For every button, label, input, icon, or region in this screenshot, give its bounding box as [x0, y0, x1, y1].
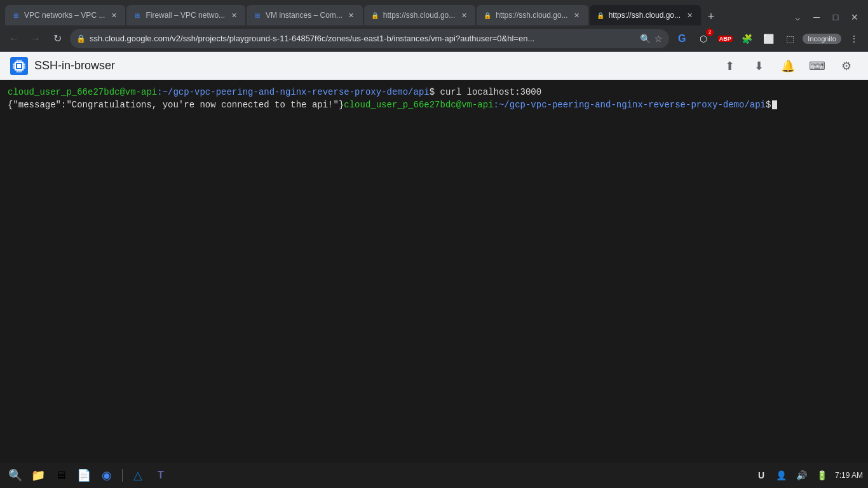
tab-firewall[interactable]: ⊞ Firewall – VPC netwo... ✕	[126, 5, 245, 25]
terminal-prompt2-cursor: $	[766, 100, 771, 110]
window-controls: ⌵ ─ □ ✕	[789, 9, 863, 25]
tab6-title: https://ssh.cloud.go...	[609, 11, 681, 20]
address-bar: ← → ↻ 🔒 ssh.cloud.google.com/v2/ssh/proj…	[0, 25, 868, 52]
svg-rect-1	[17, 64, 21, 68]
upload-button[interactable]: ⬆	[718, 55, 741, 78]
tab2-close[interactable]: ✕	[229, 10, 239, 20]
extensions-icon[interactable]: ⬡	[695, 30, 712, 48]
terminal-prompt2-user: cloud_user_p_66e27bdc@vm-api	[344, 100, 493, 110]
tab3-favicon: ⊞	[253, 11, 262, 20]
taskbar-chrome-icon[interactable]: ◉	[97, 465, 117, 485]
minimize-button[interactable]: ─	[808, 9, 825, 25]
terminal-cursor	[772, 100, 777, 109]
tab-ssh1[interactable]: 🔒 https://ssh.cloud.go... ✕	[364, 5, 475, 25]
url-bar[interactable]: 🔒 ssh.cloud.google.com/v2/ssh/projects/p…	[70, 29, 669, 48]
abp-badge: ABP	[718, 36, 733, 42]
download-button[interactable]: ⬇	[747, 55, 770, 78]
settings-button[interactable]: ⚙	[835, 55, 858, 78]
taskbar-notes-icon[interactable]: 📄	[74, 465, 94, 485]
taskbar-files-icon[interactable]: 📁	[28, 465, 48, 485]
tab3-close[interactable]: ✕	[346, 10, 356, 20]
maximize-button[interactable]: □	[827, 9, 844, 25]
tab-vm-instances[interactable]: ⊞ VM instances – Com... ✕	[247, 5, 363, 25]
forward-button[interactable]: →	[27, 30, 44, 48]
tab4-favicon: 🔒	[370, 11, 379, 20]
tab1-favicon: ⊞	[11, 11, 20, 20]
tab3-title: VM instances – Com...	[266, 11, 342, 20]
taskbar-separator	[122, 469, 123, 482]
tab-vpc-networks[interactable]: ⊞ VPC networks – VPC ... ✕	[5, 5, 125, 25]
tab2-title: Firewall – VPC netwo...	[146, 11, 225, 20]
tab1-title: VPC networks – VPC ...	[24, 11, 105, 20]
tab5-title: https://ssh.cloud.go...	[496, 11, 567, 20]
abp-icon[interactable]: ABP	[716, 30, 734, 48]
taskbar-unikey-icon[interactable]: U	[754, 468, 769, 483]
terminal-cmd1: $ curl localhost:3000	[430, 87, 541, 97]
url-text: ssh.cloud.google.com/v2/ssh/projects/pla…	[90, 34, 636, 43]
terminal-prompt2-path: :~/gcp-vpc-peering-and-nginx-reverse-pro…	[494, 100, 766, 110]
toolbar-right: G ⬡ ABP 🧩 ⬜ ⬚ Incognito ⋮	[673, 30, 863, 48]
tab6-close[interactable]: ✕	[684, 10, 695, 20]
tab-bar: ⊞ VPC networks – VPC ... ✕ ⊞ Firewall – …	[0, 0, 868, 25]
menu-icon[interactable]: ⋮	[845, 30, 863, 48]
keyboard-button[interactable]: ⌨	[806, 55, 829, 78]
notification-button[interactable]: 🔔	[776, 55, 799, 78]
tab5-favicon: 🔒	[483, 11, 492, 20]
ssh-app-icon	[10, 57, 28, 75]
tab4-title: https://ssh.cloud.go...	[383, 11, 455, 20]
taskbar-right-area: U 👤 🔊 🔋 7:19 AM	[754, 468, 863, 483]
taskbar-user-icon[interactable]: 👤	[774, 468, 789, 483]
tab4-close[interactable]: ✕	[459, 10, 469, 20]
terminal-prompt1-path: :~/gcp-vpc-peering-and-nginx-reverse-pro…	[157, 87, 429, 97]
puzzle-icon[interactable]: 🧩	[738, 30, 756, 48]
tab1-close[interactable]: ✕	[109, 10, 119, 20]
terminal-line-2: {"message":"Congratulations, you're now …	[8, 99, 860, 112]
new-tab-button[interactable]: +	[702, 8, 720, 25]
tab-search-button[interactable]: ⌵	[789, 9, 806, 25]
chip-icon	[13, 60, 25, 72]
terminal-prompt1-user: cloud_user_p_66e27bdc@vm-api	[8, 87, 157, 97]
taskbar-battery-icon[interactable]: 🔋	[815, 468, 830, 483]
tab-ssh2[interactable]: 🔒 https://ssh.cloud.go... ✕	[477, 5, 588, 25]
terminal[interactable]: cloud_user_p_66e27bdc@vm-api:~/gcp-vpc-p…	[0, 80, 868, 463]
taskbar: 🔍 📁 🖥 📄 ◉ △ T U 👤 🔊 🔋 7:19 AM	[0, 463, 868, 488]
lock-icon: 🔒	[76, 34, 86, 43]
cast-icon[interactable]: ⬚	[781, 30, 799, 48]
tab5-close[interactable]: ✕	[572, 10, 582, 20]
tab2-favicon: ⊞	[133, 11, 142, 20]
taskbar-terminal-icon[interactable]: 🖥	[51, 465, 71, 485]
ssh-app-title: SSH-in-browser	[34, 59, 712, 72]
taskbar-search-icon[interactable]: 🔍	[5, 465, 25, 485]
incognito-badge[interactable]: Incognito	[803, 34, 841, 44]
back-button[interactable]: ←	[5, 30, 23, 48]
ssh-app-header: SSH-in-browser ⬆ ⬇ 🔔 ⌨ ⚙	[0, 52, 868, 80]
reader-mode-icon[interactable]: ⬜	[759, 30, 777, 48]
taskbar-vscode-icon[interactable]: △	[128, 465, 148, 485]
bookmark-icon[interactable]: ☆	[654, 34, 663, 44]
url-search-icon[interactable]: 🔍	[640, 34, 651, 44]
taskbar-sound-icon[interactable]: 🔊	[794, 468, 810, 483]
taskbar-clock: 7:19 AM	[835, 471, 863, 480]
google-apps-icon[interactable]: G	[673, 30, 691, 48]
terminal-output1-json: {"message":"Congratulations, you're now …	[8, 100, 344, 110]
reload-button[interactable]: ↻	[48, 30, 66, 48]
tab-ssh3-active[interactable]: 🔒 https://ssh.cloud.go... ✕	[590, 5, 701, 25]
terminal-line-1: cloud_user_p_66e27bdc@vm-api:~/gcp-vpc-p…	[8, 86, 860, 99]
tab6-favicon: 🔒	[596, 11, 605, 20]
close-window-button[interactable]: ✕	[846, 9, 863, 25]
taskbar-teams-icon[interactable]: T	[151, 465, 171, 485]
